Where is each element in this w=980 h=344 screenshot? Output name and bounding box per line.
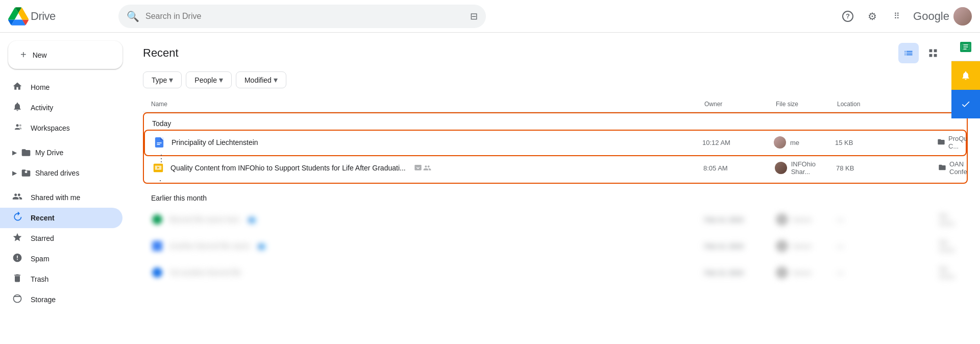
today-label: Today [144, 113, 967, 130]
file-row-blurred-1: Blurred file name here 👥 Feb 14, 2024 Ow… [143, 206, 968, 233]
plus-icon: + [20, 49, 27, 61]
table-header: Name Owner File size Location [143, 96, 968, 112]
search-filter-icon[interactable]: ⊟ [470, 11, 478, 22]
floating-check-icon[interactable] [951, 90, 980, 118]
type-filter-button[interactable]: Type ▾ [143, 71, 182, 88]
file-time-blurred-1: Feb 14, 2024 [704, 216, 776, 224]
file-row-infohio[interactable]: Quality Content from INFOhio to Support … [144, 156, 967, 183]
file-size-blurred-3: — [837, 269, 939, 277]
recent-icon [12, 212, 22, 225]
sidebar-item-shared-with-me-label: Shared with me [31, 193, 80, 202]
file-time-liechtenstein: 10:12 AM [702, 139, 774, 146]
sidebar-item-storage[interactable]: Storage [0, 289, 122, 310]
shared-icon-blurred-2: 👥 [258, 242, 265, 250]
starred-icon [12, 232, 22, 245]
file-row-liechtenstein[interactable]: Principality of Liechtenstein 10:12 AM m… [144, 130, 967, 156]
file-name-blurred-1: Blurred file name here [169, 215, 240, 224]
file-name-blurred-2: Another blurred file name [169, 242, 250, 250]
google-wordmark: Google [913, 10, 949, 23]
floating-notification-icon[interactable] [951, 61, 980, 90]
file-owner-blurred-3: Owner [776, 266, 837, 279]
sidebar-item-workspaces[interactable]: Workspaces [0, 118, 122, 138]
apps-button[interactable]: ⠿ [887, 6, 907, 27]
content-header: Recent [143, 43, 968, 63]
file-row-blurred-3: Yet another blurred file Feb 13, 2024 Ow… [143, 259, 968, 286]
file-name-cell-blurred-3: Yet another blurred file [151, 266, 704, 279]
sidebar-item-my-drive[interactable]: ▶ My Drive [0, 142, 131, 163]
logo-area: Drive [8, 6, 110, 27]
sidebar-item-spam[interactable]: Spam [0, 249, 122, 269]
apps-grid-icon: ⠿ [894, 11, 900, 21]
user-avatar[interactable] [953, 7, 972, 26]
owner-name-infohio: INFOhio Shar... [791, 160, 836, 176]
location-blurred-2: My Drive [939, 238, 960, 254]
grid-view-button[interactable] [923, 43, 943, 63]
sidebar-item-recent[interactable]: Recent [0, 208, 122, 228]
sidebar-item-trash[interactable]: Trash [0, 269, 122, 289]
sidebar-item-home-label: Home [31, 83, 50, 91]
header-actions: ? ⚙ ⠿ Google [838, 6, 972, 27]
storage-icon [12, 293, 22, 306]
sidebar-item-starred[interactable]: Starred [0, 228, 122, 249]
more-menu-button-infohio[interactable]: ⋮ [152, 176, 168, 184]
activity-icon [12, 102, 22, 114]
svg-rect-6 [414, 165, 421, 170]
search-icon: 🔍 [127, 10, 139, 22]
floating-sheets-icon[interactable] [951, 33, 980, 61]
owner-avatar-me [774, 136, 786, 149]
location-blurred-1: My Drive [939, 212, 960, 227]
owner-avatar-blurred-3 [776, 266, 788, 279]
file-size-infohio: 78 KB [836, 164, 938, 172]
new-button[interactable]: + New [8, 41, 122, 69]
sidebar-item-shared-drives[interactable]: ▶ Shared drives [0, 163, 131, 183]
file-location-infohio: OAN Confer... [938, 160, 959, 176]
earlier-this-month-section: Earlier this month Blurred file name her… [143, 186, 968, 286]
sidebar: + New Home Activity Workspaces ▶ My Dr [0, 33, 131, 344]
people-filter-button[interactable]: People ▾ [186, 71, 232, 88]
app-title: Drive [31, 10, 56, 23]
my-drive-label: My Drive [35, 149, 63, 157]
help-button[interactable]: ? [838, 6, 858, 27]
help-icon: ? [842, 11, 853, 22]
owner-name-blurred-3: Owner [792, 269, 812, 277]
sidebar-item-shared-with-me[interactable]: Shared with me [0, 187, 122, 208]
column-file-size: File size [776, 101, 837, 108]
main-content: Recent [131, 33, 980, 344]
sidebar-item-starred-label: Starred [31, 234, 54, 242]
filter-bar: Type ▾ People ▾ Modified ▾ [143, 71, 968, 88]
type-filter-label: Type [152, 76, 167, 84]
file-name-cell-blurred-2: Another blurred file name 👥 [151, 240, 704, 252]
shared-drives-label: Shared drives [35, 169, 79, 177]
file-location-blurred-1: My Drive [939, 212, 960, 227]
folder-icon [937, 138, 945, 148]
app-header: Drive 🔍 ⊟ ? ⚙ ⠿ Google [0, 0, 980, 33]
floating-panel [951, 33, 980, 118]
modified-filter-chevron: ▾ [274, 75, 278, 85]
file-owner-liechtenstein: me [774, 136, 835, 149]
owner-name-me: me [790, 139, 799, 146]
modified-filter-label: Modified [244, 76, 272, 84]
file-name-liechtenstein: Principality of Liechtenstein [172, 138, 258, 146]
owner-name-blurred-2: Owner [792, 242, 812, 250]
page-title: Recent [143, 46, 179, 60]
shared-icon-blurred: 👥 [248, 216, 256, 223]
sidebar-item-storage-label: Storage [31, 296, 56, 304]
search-input[interactable] [145, 12, 464, 21]
slides-file-icon [152, 162, 164, 174]
file-name-cell: Principality of Liechtenstein [153, 136, 702, 149]
list-view-button[interactable] [898, 43, 919, 63]
type-filter-chevron: ▾ [169, 75, 173, 85]
sidebar-item-home[interactable]: Home [0, 77, 122, 97]
settings-button[interactable]: ⚙ [862, 6, 883, 27]
green-dot-icon [151, 213, 163, 226]
today-section: Today Principality of Liechtenstein 10:1… [143, 112, 968, 184]
file-time-blurred-3: Feb 13, 2024 [704, 269, 776, 277]
file-name-blurred-3: Yet another blurred file [169, 268, 241, 277]
file-owner-infohio: INFOhio Shar... [775, 160, 836, 176]
file-name-cell-blurred-1: Blurred file name here 👥 [151, 213, 704, 226]
sidebar-item-activity[interactable]: Activity [0, 97, 122, 118]
modified-filter-button[interactable]: Modified ▾ [236, 71, 286, 88]
blue-doc-icon [151, 240, 163, 252]
search-bar[interactable]: 🔍 ⊟ [118, 5, 486, 28]
file-owner-blurred-1: Owner [776, 213, 837, 226]
